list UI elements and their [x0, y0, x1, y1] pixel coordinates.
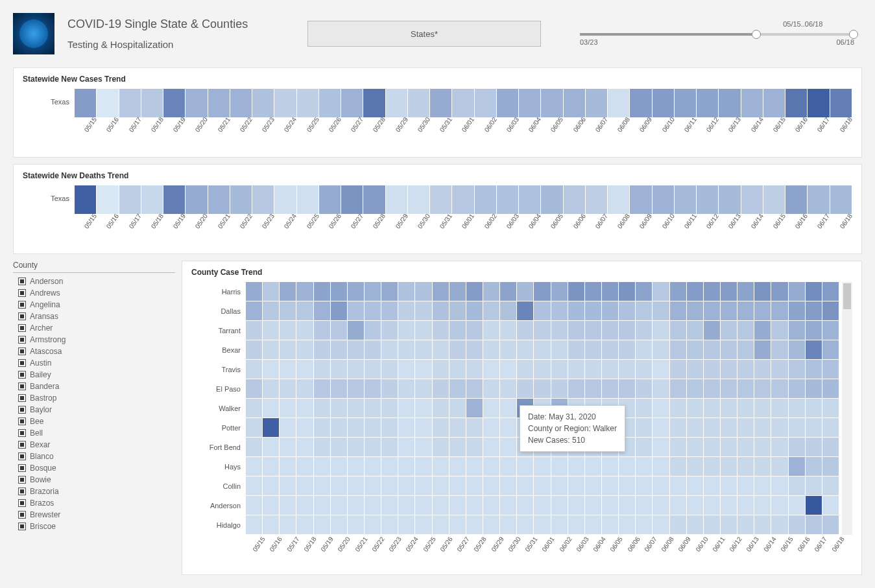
heatmap-cell[interactable]: [466, 418, 483, 437]
heatmap-cell[interactable]: [763, 89, 785, 117]
heatmap-cell[interactable]: [341, 89, 363, 117]
heatmap-cell[interactable]: [263, 457, 279, 476]
heatmap-cell[interactable]: [517, 360, 533, 379]
heatmap-cell[interactable]: [449, 457, 466, 476]
heatmap-cell[interactable]: [619, 457, 635, 476]
heatmap-cell[interactable]: [331, 399, 347, 417]
county-filter-item[interactable]: Armstrong: [13, 334, 175, 346]
heatmap-cell[interactable]: [348, 321, 364, 340]
heatmap-cell[interactable]: [534, 476, 550, 495]
county-filter-item[interactable]: Bowie: [13, 474, 175, 486]
heatmap-cell[interactable]: [737, 379, 754, 398]
checkbox-icon[interactable]: [18, 324, 26, 332]
heatmap-cell[interactable]: [670, 515, 686, 534]
heatmap-cell[interactable]: [754, 457, 771, 476]
heatmap-cell[interactable]: [280, 360, 296, 379]
heatmap-cell[interactable]: [398, 301, 414, 320]
heatmap-cell[interactable]: [483, 301, 499, 320]
heatmap-cell[interactable]: [737, 496, 754, 515]
heatmap-cell[interactable]: [636, 418, 652, 437]
heatmap-cell[interactable]: [653, 340, 669, 359]
heatmap-cell[interactable]: [519, 185, 540, 214]
heatmap-cell[interactable]: [687, 476, 703, 495]
heatmap-cell[interactable]: [398, 340, 414, 359]
heatmap-cell[interactable]: [296, 399, 313, 417]
heatmap-cell[interactable]: [75, 185, 96, 214]
heatmap-cell[interactable]: [568, 379, 584, 398]
heatmap-cell[interactable]: [568, 496, 584, 515]
heatmap-cell[interactable]: [500, 438, 516, 456]
heatmap-cell[interactable]: [466, 476, 483, 495]
heatmap-cell[interactable]: [263, 438, 279, 456]
heatmap-cell[interactable]: [500, 515, 516, 534]
heatmap-cell[interactable]: [687, 496, 703, 515]
heatmap-cell[interactable]: [704, 515, 720, 534]
heatmap-cell[interactable]: [822, 379, 839, 398]
heatmap-cell[interactable]: [296, 379, 313, 398]
county-filter-item[interactable]: Bee: [13, 416, 175, 427]
heatmap-cell[interactable]: [619, 379, 635, 398]
heatmap-cell[interactable]: [687, 399, 703, 417]
heatmap-cell[interactable]: [636, 476, 652, 495]
heatmap-cell[interactable]: [697, 89, 718, 117]
heatmap-cell[interactable]: [163, 89, 185, 117]
heatmap-cell[interactable]: [771, 438, 787, 456]
heatmap-cell[interactable]: [348, 438, 364, 456]
heatmap-cell[interactable]: [517, 340, 533, 359]
heatmap-cell[interactable]: [280, 457, 296, 476]
heatmap-cell[interactable]: [119, 89, 141, 117]
heatmap-cell[interactable]: [398, 438, 414, 456]
heatmap-cell[interactable]: [737, 476, 754, 495]
heatmap-cell[interactable]: [331, 457, 347, 476]
checkbox-icon[interactable]: [18, 382, 26, 390]
heatmap-cell[interactable]: [741, 89, 763, 117]
heatmap-cell[interactable]: [263, 282, 279, 301]
heatmap-cell[interactable]: [704, 418, 720, 437]
heatmap-cell[interactable]: [348, 496, 364, 515]
heatmap-cell[interactable]: [433, 360, 449, 379]
heatmap-cell[interactable]: [296, 496, 313, 515]
heatmap-cell[interactable]: [754, 418, 771, 437]
heatmap-cell[interactable]: [771, 399, 787, 417]
heatmap-cell[interactable]: [246, 515, 262, 534]
heatmap-cell[interactable]: [500, 418, 516, 437]
heatmap-cell[interactable]: [246, 457, 262, 476]
heatmap-cell[interactable]: [670, 282, 686, 301]
heatmap-cell[interactable]: [466, 282, 483, 301]
county-filter-item[interactable]: Aransas: [13, 311, 175, 322]
heatmap-cell[interactable]: [517, 476, 533, 495]
heatmap-cell[interactable]: [296, 476, 313, 495]
slider-thumb-end[interactable]: [849, 30, 858, 39]
heatmap-cell[interactable]: [475, 185, 496, 214]
heatmap-cell[interactable]: [415, 496, 431, 515]
heatmap-cell[interactable]: [737, 340, 754, 359]
heatmap-cell[interactable]: [263, 496, 279, 515]
heatmap-cell[interactable]: [619, 515, 635, 534]
heatmap-cell[interactable]: [415, 360, 431, 379]
heatmap-cell[interactable]: [822, 399, 839, 417]
county-filter-item[interactable]: Angelina: [13, 299, 175, 311]
heatmap-cell[interactable]: [296, 457, 313, 476]
heatmap-cell[interactable]: [246, 301, 262, 320]
heatmap-cell[interactable]: [296, 515, 313, 534]
heatmap-cell[interactable]: [280, 340, 296, 359]
heatmap-cell[interactable]: [466, 379, 483, 398]
heatmap-cell[interactable]: [246, 340, 262, 359]
checkbox-icon[interactable]: [18, 523, 26, 530]
heatmap-cell[interactable]: [806, 496, 822, 515]
heatmap-cell[interactable]: [500, 457, 516, 476]
heatmap-cell[interactable]: [331, 438, 347, 456]
heatmap-cell[interactable]: [517, 301, 533, 320]
heatmap-cell[interactable]: [636, 360, 652, 379]
heatmap-cell[interactable]: [806, 282, 822, 301]
heatmap-cell[interactable]: [771, 457, 787, 476]
heatmap-cell[interactable]: [670, 321, 686, 340]
heatmap-cell[interactable]: [789, 321, 805, 340]
heatmap-cell[interactable]: [415, 399, 431, 417]
checkbox-icon[interactable]: [18, 301, 26, 309]
heatmap-cell[interactable]: [331, 496, 347, 515]
heatmap-cell[interactable]: [296, 340, 313, 359]
heatmap-cell[interactable]: [381, 438, 398, 456]
heatmap-cell[interactable]: [449, 301, 466, 320]
heatmap-cell[interactable]: [319, 89, 341, 117]
